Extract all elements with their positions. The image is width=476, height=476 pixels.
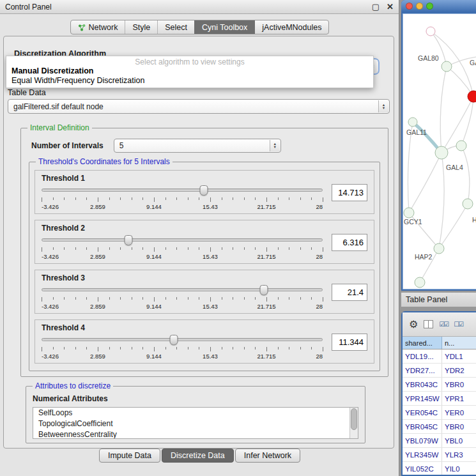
network-node-gcy1[interactable] xyxy=(404,208,414,218)
dropdown-option-equal-width-frequency[interactable]: Equal Width/Frequency Discretization xyxy=(6,76,373,86)
table-panel-titlebar[interactable]: Table Panel xyxy=(401,292,476,307)
tick-label: 2.859 xyxy=(90,353,105,360)
threshold-value-input[interactable]: 14.713 xyxy=(332,184,367,201)
scrollbar-thumb[interactable] xyxy=(351,408,357,430)
table-row[interactable]: YPR145WYPR1 xyxy=(403,392,476,406)
table-row[interactable]: YER054CYER0 xyxy=(403,406,476,420)
cell-shared-name: YDR27... xyxy=(403,364,442,377)
network-node-h[interactable] xyxy=(463,199,473,209)
tab-jactivemnodules[interactable]: jActiveMNodules xyxy=(254,20,328,34)
attributes-group: Attributes to discretize Numerical Attri… xyxy=(26,386,365,443)
tick-label: 2.859 xyxy=(90,303,105,310)
network-node[interactable] xyxy=(426,27,435,36)
slider-track[interactable] xyxy=(42,188,323,192)
column-header-name[interactable]: n... xyxy=(442,337,476,349)
slider-track[interactable] xyxy=(42,238,323,242)
control-panel-titlebar[interactable]: Control Panel ▢ ✕ xyxy=(0,0,399,14)
tab-style[interactable]: Style xyxy=(125,20,157,34)
slider-track[interactable] xyxy=(42,338,323,341)
close-icon[interactable]: ✕ xyxy=(387,3,394,11)
cell-name: YIL0 xyxy=(442,462,476,475)
interval-definition-title: Interval Definition xyxy=(27,123,92,132)
columns-icon[interactable] xyxy=(424,320,433,328)
thresholds-group-title: Threshold's Coordinates for 5 Intervals xyxy=(36,157,173,166)
bottom-tab-discretize-data[interactable]: Discretize Data xyxy=(162,449,234,463)
slider-thumb[interactable] xyxy=(125,235,133,245)
threshold-value-input[interactable]: 21.4 xyxy=(332,284,367,301)
restore-icon[interactable]: ▢ xyxy=(372,3,380,11)
attributes-list[interactable]: SelfLoopsTopologicalCoefficientBetweenne… xyxy=(33,407,358,439)
table-panel-content: ⚙ ☑☑ ☐☑ shared... n... YDL19...YDL1YDR27… xyxy=(403,312,476,475)
network-node[interactable] xyxy=(468,91,476,102)
threshold-slider[interactable]: -3.4262.8599.14415.4321.71528 xyxy=(42,285,323,310)
tick-label: -3.426 xyxy=(42,253,59,260)
settings-gear-icon[interactable]: ⚙ xyxy=(409,319,418,330)
tick-label: 15.43 xyxy=(203,353,218,360)
number-of-intervals-combobox[interactable]: 5 ▲▼ xyxy=(114,139,281,153)
network-canvas[interactable]: GAL80GAL11GAL4GCY1HHAP2GA xyxy=(403,13,476,289)
dropdown-option-manual-discretization[interactable]: Manual Discretization xyxy=(6,66,373,76)
network-window-titlebar[interactable] xyxy=(401,0,476,12)
tab-network[interactable]: Network xyxy=(71,20,125,34)
network-edge[interactable] xyxy=(409,153,441,213)
table-data-combobox[interactable]: galFiltered.sif default node ▲▼ xyxy=(8,99,390,114)
attribute-list-item[interactable]: BetweennessCentrality xyxy=(33,429,358,439)
attribute-list-item[interactable]: TopologicalCoefficient xyxy=(33,418,358,429)
network-node-gal80[interactable] xyxy=(441,61,452,72)
slider-thumb[interactable] xyxy=(259,285,268,295)
node-label: GAL80 xyxy=(418,54,439,62)
close-traffic-light[interactable] xyxy=(406,3,413,10)
minimize-traffic-light[interactable] xyxy=(416,3,423,10)
tick-mark xyxy=(244,197,245,200)
slider-thumb[interactable] xyxy=(199,185,208,196)
threshold-slider[interactable]: -3.4262.8599.14415.4321.71528 xyxy=(42,335,323,360)
tick-mark xyxy=(154,197,155,202)
table-row[interactable]: YBR045CYBR0 xyxy=(403,420,476,434)
tab-label: Select xyxy=(165,23,187,32)
network-edge[interactable] xyxy=(461,146,470,204)
table-row[interactable]: YBR043CYBR0 xyxy=(403,378,476,392)
slider-track[interactable] xyxy=(42,288,323,291)
select-all-columns-icon[interactable]: ☑☑ xyxy=(439,321,448,328)
tick-mark xyxy=(255,197,256,200)
bottom-tab-impute-data[interactable]: Impute Data xyxy=(99,449,160,463)
table-row[interactable]: YDR27...YDR2 xyxy=(403,364,476,378)
table-row[interactable]: YDL19...YDL1 xyxy=(403,349,476,364)
tick-mark xyxy=(98,247,98,252)
threshold-value-input[interactable]: 11.344 xyxy=(332,334,367,351)
table-row[interactable]: YBL079WYBL0 xyxy=(403,434,476,448)
threshold-panel: Threshold 4-3.4262.8599.14415.4321.71528… xyxy=(35,319,374,364)
tab-cyni-toolbox[interactable]: Cyni Toolbox xyxy=(194,20,254,34)
network-edge[interactable] xyxy=(440,66,447,153)
tick-mark xyxy=(75,347,76,349)
slider-thumb[interactable] xyxy=(169,335,178,345)
tab-select[interactable]: Select xyxy=(157,20,194,34)
combo-stepper-icon: ▲▼ xyxy=(378,100,388,112)
network-node[interactable] xyxy=(415,277,425,288)
network-node-gal4[interactable] xyxy=(435,146,448,159)
network-node-gal11[interactable] xyxy=(408,118,417,127)
attribute-list-item[interactable]: SelfLoops xyxy=(33,408,358,418)
threshold-value-input[interactable]: 6.316 xyxy=(332,234,367,251)
tick-mark xyxy=(199,347,199,349)
network-edge[interactable] xyxy=(461,96,473,146)
attributes-scrollbar[interactable] xyxy=(349,408,358,438)
threshold-slider[interactable]: -3.4262.8599.14415.4321.71528 xyxy=(42,235,323,260)
tick-mark xyxy=(266,247,267,252)
table-row[interactable]: YLR345WYLR3 xyxy=(403,448,476,462)
threshold-slider[interactable]: -3.4262.8599.14415.4321.71528 xyxy=(42,185,323,210)
tick-mark xyxy=(142,247,143,250)
table-row[interactable]: YIL052CYIL0 xyxy=(403,462,476,475)
zoom-traffic-light[interactable] xyxy=(426,3,433,10)
bottom-tab-infer-network[interactable]: Infer Network xyxy=(235,449,300,463)
slider-tick-labels: -3.4262.8599.14415.4321.71528 xyxy=(42,303,323,310)
network-node-hap2[interactable] xyxy=(434,243,444,254)
network-edge[interactable] xyxy=(439,153,444,249)
column-header-shared-name[interactable]: shared... xyxy=(403,337,442,349)
tab-label: Cyni Toolbox xyxy=(202,23,247,32)
tick-mark xyxy=(323,197,323,202)
select-columns-icon[interactable]: ☐☑ xyxy=(454,321,463,328)
tick-mark xyxy=(120,197,121,200)
network-node[interactable] xyxy=(456,141,466,151)
tick-mark xyxy=(120,297,121,300)
